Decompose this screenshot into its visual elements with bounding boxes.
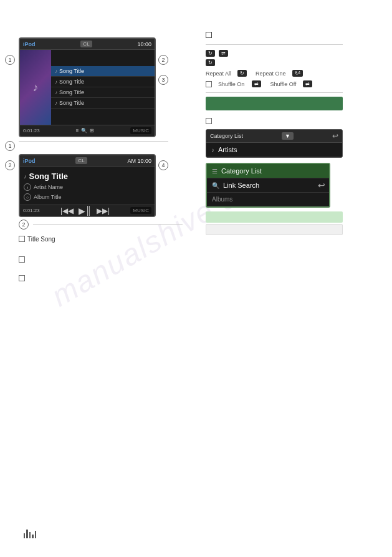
note-icon-np: ♪: [24, 173, 27, 180]
now-playing-title: Song Title: [29, 172, 69, 181]
ipod-screen-list: iPod CL 10:00 ♪ ♪ Song Title ♪ Song Titl…: [19, 37, 156, 137]
ipod-time-1: 10:00: [137, 41, 151, 47]
albums-label: Albums: [212, 196, 232, 203]
repeat-single-row: ↻: [206, 59, 374, 66]
shuffle-on-icon[interactable]: ⇌: [252, 80, 261, 87]
artwork-placeholder: ♪: [33, 81, 39, 94]
callout-2: 2: [158, 55, 168, 65]
repeat-one-label: Repeat One: [256, 70, 286, 77]
dropdown-item-category-list[interactable]: ☰ Category List: [207, 164, 329, 178]
song-title-2: Song Title: [59, 79, 84, 85]
eq-bar-3: [29, 532, 31, 538]
repeat-all-label: Repeat All: [206, 70, 231, 77]
dropdown-back-icon[interactable]: ↩: [318, 180, 325, 190]
album-row: ○ Album Title: [24, 192, 151, 202]
repeat-one-icon2[interactable]: ↻¹: [292, 70, 304, 77]
eq-bar-1: [24, 533, 25, 538]
song-title-1: Song Title: [59, 68, 84, 74]
callout-1: 1: [5, 55, 15, 65]
prev-button[interactable]: |◀◀: [60, 206, 74, 215]
equalizer-icon: [24, 528, 36, 538]
now-playing-title-row: ♪ Song Title: [24, 169, 151, 182]
category-list-item-artists[interactable]: ♪ Artists: [206, 143, 342, 157]
callout-4: 4: [158, 160, 168, 170]
artist-row: ♪ Artist Name: [24, 182, 151, 192]
dropdown-link-search-label: Link Search: [223, 182, 259, 189]
category-dropdown-btn[interactable]: ▼: [282, 132, 294, 140]
eq-bar-5: [35, 531, 36, 538]
ipod-now-playing-body: ♪ Song Title ♪ Artist Name ○ Album Title: [20, 167, 155, 205]
song-title-3: Song Title: [59, 89, 84, 95]
ipod-header-2: iPod CL AM 10:00: [20, 155, 155, 167]
checkbox-3: [19, 275, 25, 281]
category-panel-title: Category List: [210, 133, 243, 139]
genre-label-2: MUSIC: [130, 207, 151, 214]
dropdown-category-label: Category List: [221, 167, 262, 175]
cl-button-2[interactable]: CL: [75, 157, 87, 164]
list-item[interactable]: ♪ Song Title: [51, 77, 155, 87]
dropdown-item-link-search[interactable]: 🔍 Link Search: [207, 178, 329, 193]
artist-name: Artist Name: [34, 184, 63, 190]
checkbox-1: [19, 236, 25, 242]
category-list-panel: Category List ▼ ↩ ♪ Artists: [206, 129, 343, 158]
list-item[interactable]: ♪ Song Title: [51, 87, 155, 98]
right-checkbox-1: [206, 32, 212, 38]
section-marker-1: 1: [5, 141, 15, 151]
shuffle-row: Shuffle On ⇌ Shuffle Off ⇌: [206, 80, 374, 87]
shuffle-off-icon[interactable]: ⇌: [303, 80, 312, 87]
ipod-time-2: AM 10:00: [127, 158, 151, 164]
repeat-one-icon[interactable]: ↻: [206, 59, 215, 66]
song-title-4: Song Title: [59, 100, 84, 106]
right-column: ↻ ⇌ ↻ Repeat All ↻ Repeat One ↻¹ Shuffle…: [206, 31, 374, 236]
artist-icon: ♪: [24, 183, 31, 191]
right-section-1: [206, 31, 374, 38]
repeat-shuffle-section: ↻ ⇌ ↻ Repeat All ↻ Repeat One ↻¹ Shuffle…: [206, 50, 374, 87]
eq-bottom-icon: [24, 528, 36, 538]
note-icon: ♪: [55, 79, 57, 85]
callout-2b: 2: [5, 160, 15, 170]
repeat-icon[interactable]: ↻: [206, 50, 215, 57]
list-item[interactable]: ♪ Song Title: [51, 66, 155, 77]
callout-3: 3: [158, 75, 168, 85]
next-button[interactable]: ▶▶|: [97, 206, 110, 215]
checkbox-2: [19, 256, 25, 263]
ipod-screen-nowplaying: iPod CL AM 10:00 ♪ Song Title ♪ Artist N…: [19, 154, 156, 217]
grid-icon[interactable]: ⊞: [90, 128, 94, 133]
section-marker-2: 2: [19, 220, 29, 230]
genre-label-1: MUSIC: [130, 127, 151, 134]
category-back-icon[interactable]: ↩: [332, 132, 338, 140]
repeat-all-icon[interactable]: ↻: [237, 70, 247, 77]
album-icon: ○: [24, 193, 31, 201]
category-panel-header: Category List ▼ ↩: [206, 130, 342, 143]
desc-text-1: Title Song: [27, 235, 55, 244]
left-column: 1 iPod CL 10:00 ♪ ♪ Song Title ♪ Song Ti…: [19, 37, 187, 281]
shuffle-on-label: Shuffle On: [218, 81, 244, 87]
ipod-artwork: ♪: [20, 50, 51, 125]
cl-button-1[interactable]: CL: [80, 41, 92, 47]
light-green-bar: [206, 211, 343, 223]
list-item[interactable]: ♪ Song Title: [51, 98, 155, 109]
green-highlight-bar: [206, 97, 343, 110]
ipod-body-list: ♪ ♪ Song Title ♪ Song Title ♪ Song Title…: [20, 50, 155, 125]
shuffle-checkbox: [206, 81, 212, 87]
description-list-view: Title Song: [19, 235, 187, 244]
search-icon[interactable]: 🔍: [81, 128, 87, 133]
dropdown-item-albums[interactable]: Albums: [207, 193, 329, 206]
ipod-header-1: iPod CL 10:00: [20, 39, 155, 50]
elapsed-time-1: 0:01:23: [23, 128, 40, 133]
eq-bar-4: [32, 535, 33, 538]
link-search-icon: 🔍: [212, 182, 219, 189]
ipod-logo-1: iPod: [23, 41, 36, 47]
shuffle-icon[interactable]: ⇌: [219, 50, 228, 57]
elapsed-time-2: 0:01:23: [23, 208, 40, 213]
category-checkbox: [206, 118, 212, 124]
list-icon[interactable]: ≡: [76, 128, 79, 133]
play-pause-button[interactable]: ▶║: [79, 206, 92, 216]
category-list-icon: ☰: [212, 168, 218, 175]
ipod-logo-2: iPod: [23, 158, 36, 164]
repeat-shuffle-icon-row: ↻ ⇌: [206, 50, 374, 57]
song-list: ♪ Song Title ♪ Song Title ♪ Song Title ♪…: [51, 50, 155, 125]
artists-icon: ♪: [211, 147, 214, 153]
note-icon: ♪: [55, 69, 57, 74]
repeat-all-row: Repeat All ↻ Repeat One ↻¹: [206, 70, 374, 77]
